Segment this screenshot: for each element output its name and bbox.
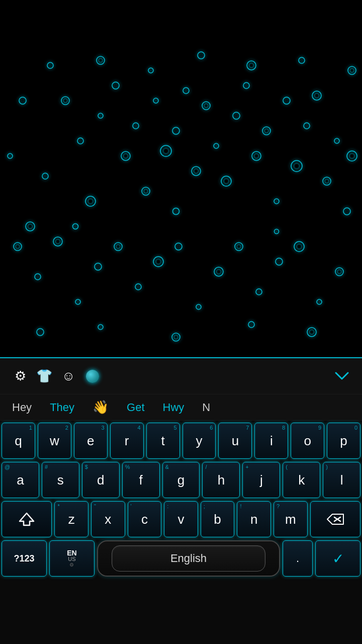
space-key[interactable]: English bbox=[97, 540, 280, 577]
suggestion-hey[interactable]: Hey bbox=[5, 399, 39, 416]
key-h[interactable]: /h bbox=[202, 462, 240, 498]
key-q[interactable]: 1q bbox=[2, 423, 35, 459]
key-r[interactable]: 4r bbox=[110, 423, 144, 459]
key-f[interactable]: %f bbox=[122, 462, 160, 498]
shift-key[interactable] bbox=[2, 501, 52, 537]
collapse-keyboard-button[interactable] bbox=[330, 364, 354, 388]
bottom-row: ?123 EN US ⚙ English . ✓ bbox=[2, 540, 360, 577]
keys-container: 1q 2w 3e 4r 5t 6y 7u 8i 9o 0p @a #s $d %… bbox=[0, 421, 362, 537]
key-e[interactable]: 3e bbox=[74, 423, 108, 459]
theme-icon[interactable]: 👕 bbox=[32, 364, 56, 388]
key-w[interactable]: 2w bbox=[38, 423, 71, 459]
language-key[interactable]: EN US ⚙ bbox=[49, 540, 95, 577]
lang-sub: US bbox=[68, 556, 75, 562]
key-o[interactable]: 9o bbox=[291, 423, 324, 459]
key-k[interactable]: (k bbox=[283, 462, 320, 498]
key-g[interactable]: &g bbox=[162, 462, 200, 498]
key-j[interactable]: +j bbox=[242, 462, 280, 498]
suggestion-emoji[interactable]: 👋 bbox=[85, 397, 116, 417]
suggestion-get[interactable]: Get bbox=[120, 399, 151, 416]
period-key[interactable]: . bbox=[283, 540, 313, 577]
enter-key[interactable]: ✓ bbox=[315, 540, 360, 577]
suggestion-n[interactable]: N bbox=[195, 399, 217, 416]
toolbar: ⚙ 👕 ☺ bbox=[0, 358, 362, 394]
key-row-2: @a #s $d %f &g /h +j (k )l bbox=[2, 462, 360, 498]
suggestions-bar: Hey They 👋 Get Hwy N bbox=[0, 394, 362, 421]
num-key[interactable]: ?123 bbox=[2, 540, 47, 577]
keyboard-area: ⚙ 👕 ☺ Hey They 👋 Get Hwy N 1q 2w 3e 4r 5… bbox=[0, 357, 362, 644]
key-i[interactable]: 8i bbox=[254, 423, 288, 459]
suggestion-hwy[interactable]: Hwy bbox=[156, 399, 192, 416]
key-z[interactable]: *z bbox=[54, 501, 88, 537]
key-l[interactable]: )l bbox=[323, 462, 360, 498]
settings-icon[interactable]: ⚙ bbox=[8, 364, 32, 388]
key-s[interactable]: #s bbox=[42, 462, 79, 498]
key-v[interactable]: :v bbox=[164, 501, 198, 537]
backspace-key[interactable] bbox=[310, 501, 360, 537]
key-b[interactable]: ;b bbox=[201, 501, 235, 537]
svg-marker-0 bbox=[20, 513, 34, 525]
emoji-icon[interactable]: ☺ bbox=[56, 364, 80, 388]
key-n[interactable]: !n bbox=[237, 501, 271, 537]
key-m[interactable]: ?m bbox=[274, 501, 308, 537]
key-c[interactable]: 'c bbox=[128, 501, 162, 537]
key-row-1: 1q 2w 3e 4r 5t 6y 7u 8i 9o 0p bbox=[2, 423, 360, 459]
key-a[interactable]: @a bbox=[2, 462, 39, 498]
color-picker-icon[interactable] bbox=[80, 364, 105, 388]
key-row-3: *z "x 'c :v ;b !n ?m bbox=[2, 501, 360, 537]
key-y[interactable]: 6y bbox=[183, 423, 216, 459]
key-p[interactable]: 0p bbox=[327, 423, 360, 459]
key-u[interactable]: 7u bbox=[218, 423, 252, 459]
lang-code: EN bbox=[67, 549, 76, 556]
background-area bbox=[0, 0, 362, 357]
key-d[interactable]: $d bbox=[82, 462, 120, 498]
key-x[interactable]: "x bbox=[91, 501, 125, 537]
settings-small-icon: ⚙ bbox=[69, 562, 74, 568]
key-t[interactable]: 5t bbox=[146, 423, 180, 459]
space-key-label: English bbox=[112, 545, 265, 572]
suggestion-they[interactable]: They bbox=[43, 399, 81, 416]
